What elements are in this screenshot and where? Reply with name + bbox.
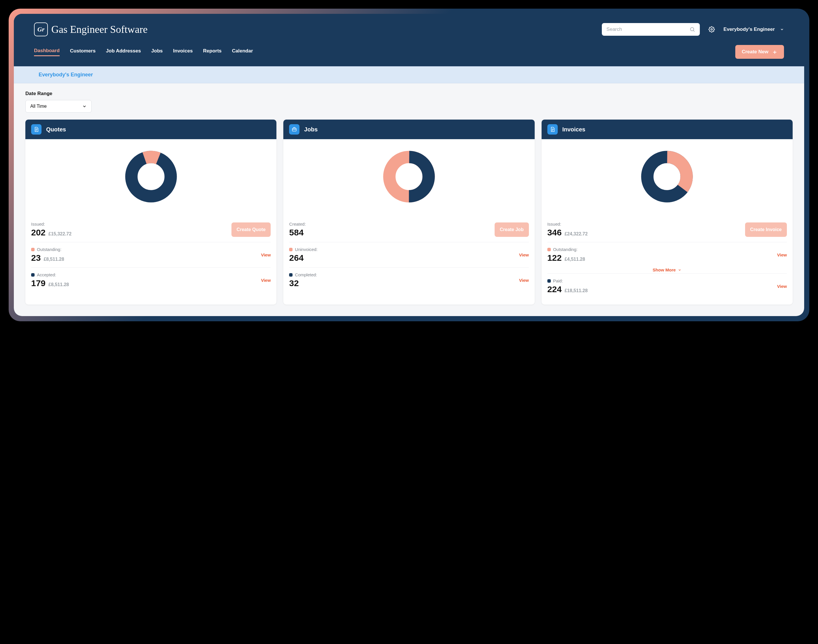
date-range-label: Date Range (25, 91, 793, 97)
stat-value: 179 (31, 278, 46, 288)
create-new-button[interactable]: Create New ＋ (735, 45, 784, 59)
stat-label: Created: (289, 222, 306, 227)
svg-line-1 (694, 31, 695, 32)
search-box[interactable] (602, 23, 700, 36)
create-new-label: Create New (741, 49, 769, 55)
stat-money: £24,322.72 (565, 232, 588, 236)
app-logo: Gr Gas Engineer Software (34, 23, 147, 36)
quotes-card: Quotes Issued: 202 (25, 120, 276, 305)
stat-label: Completed: (295, 272, 317, 277)
user-name: Everybody's Engineer (723, 26, 775, 32)
view-link[interactable]: View (777, 252, 787, 257)
stat-label: Uninvoiced: (295, 247, 317, 252)
stat-money: £15,322.72 (48, 232, 72, 236)
chevron-down-icon (82, 104, 87, 109)
nav-reports[interactable]: Reports (203, 48, 222, 55)
stat-label: Paid: (553, 278, 563, 283)
nav-calendar[interactable]: Calendar (232, 48, 253, 55)
view-link[interactable]: View (519, 278, 529, 283)
search-icon (689, 26, 695, 32)
stat-value: 224 (547, 284, 562, 294)
stat-value: 346 (547, 228, 562, 238)
view-link[interactable]: View (261, 278, 271, 283)
stat-label: Outstanding: (553, 247, 578, 252)
view-link[interactable]: View (777, 284, 787, 289)
svg-point-0 (690, 28, 694, 31)
stat-money: £8,511.28 (48, 282, 69, 287)
date-range-value: All Time (30, 104, 47, 109)
create-job-button[interactable]: Create Job (494, 222, 529, 237)
stat-value: 264 (289, 253, 304, 263)
stat-money: £8,511.28 (43, 257, 64, 262)
legend-dot-uninvoiced (289, 248, 293, 251)
stat-value: 584 (289, 228, 304, 238)
svg-rect-8 (293, 128, 296, 131)
briefcase-icon (289, 124, 299, 135)
nav-invoices[interactable]: Invoices (173, 48, 193, 55)
jobs-donut-chart (383, 151, 435, 202)
stat-money: £4,511.28 (565, 257, 585, 262)
svg-point-2 (711, 29, 712, 30)
jobs-card: Jobs Created: 584 (283, 120, 534, 305)
card-title: Jobs (304, 126, 318, 133)
stat-value: 23 (31, 253, 41, 263)
chevron-down-icon (780, 28, 784, 31)
nav-job-addresses[interactable]: Job Addresses (106, 48, 141, 55)
legend-dot-outstanding (547, 248, 551, 251)
legend-dot-completed (289, 273, 293, 277)
nav-jobs[interactable]: Jobs (151, 48, 163, 55)
legend-dot-outstanding (31, 248, 35, 251)
stat-label: Accepted: (37, 272, 56, 277)
card-title: Invoices (562, 126, 585, 133)
show-more-button[interactable]: Show More (547, 265, 787, 273)
view-link[interactable]: View (519, 252, 529, 257)
stat-money: £18,511.28 (565, 288, 588, 293)
stat-value: 122 (547, 253, 562, 263)
invoices-donut-chart (641, 151, 693, 202)
stat-label: Outstanding: (37, 247, 61, 252)
search-input[interactable] (606, 26, 689, 32)
invoices-card: Invoices Issued: 346 (542, 120, 793, 305)
create-invoice-button[interactable]: Create Invoice (745, 222, 787, 237)
show-more-label: Show More (652, 267, 675, 272)
logo-mark: Gr (34, 23, 48, 36)
date-range-select[interactable]: All Time (25, 100, 92, 113)
create-quote-button[interactable]: Create Quote (232, 222, 271, 237)
chevron-down-icon (678, 268, 681, 272)
gear-icon[interactable] (709, 26, 715, 32)
user-menu[interactable]: Everybody's Engineer (723, 26, 784, 32)
document-icon (31, 124, 41, 135)
stat-label: Issued: (547, 222, 561, 227)
stat-label: Issued: (31, 222, 45, 227)
legend-dot-paid (547, 279, 551, 283)
logo-text: Gas Engineer Software (51, 23, 147, 35)
stat-value: 32 (289, 278, 299, 288)
quotes-donut-chart (125, 151, 177, 202)
plus-icon: ＋ (772, 49, 778, 55)
legend-dot-accepted (31, 273, 35, 277)
card-title: Quotes (46, 126, 66, 133)
invoice-icon (547, 124, 558, 135)
stat-value: 202 (31, 228, 46, 238)
view-link[interactable]: View (261, 252, 271, 257)
nav-customers[interactable]: Customers (70, 48, 96, 55)
nav-dashboard[interactable]: Dashboard (34, 48, 60, 56)
breadcrumb[interactable]: Everybody's Engineer (14, 66, 804, 83)
